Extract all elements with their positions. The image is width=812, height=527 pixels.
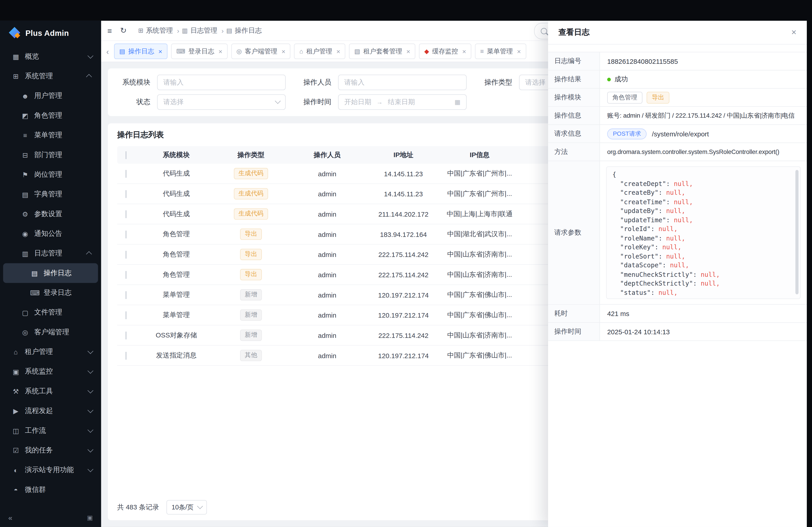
cell-ip: 222.175.114.242 [370, 331, 436, 339]
row-checkbox[interactable] [126, 311, 127, 319]
sidebar-item[interactable]: ⌂ 租户管理 [3, 342, 98, 362]
sidebar-item[interactable]: ◎ 客户端管理 [3, 322, 98, 342]
sidebar-item[interactable]: ◐ 演示站专用功能 [3, 460, 98, 480]
row-checkbox[interactable] [126, 331, 127, 339]
sidebar-item-label: 用户管理 [34, 91, 62, 101]
sidebar-item[interactable]: ▢ 文件管理 [3, 303, 98, 322]
column-header: 系统模块 [135, 150, 218, 160]
hamburger-icon[interactable]: ≡ [107, 26, 112, 35]
chevron-icon [88, 368, 93, 374]
code-line: "status": null, [612, 288, 792, 297]
post-icon: ⚑ [21, 171, 30, 178]
tab[interactable]: ⌂ 租户管理 × [294, 44, 345, 59]
tab-close-icon[interactable]: × [517, 47, 521, 55]
panel-layout-icon[interactable]: ▣ [87, 514, 93, 521]
code-scrollbar[interactable] [795, 170, 798, 295]
tab[interactable]: ▧ 租户套餐管理 × [349, 44, 416, 59]
tab-close-icon[interactable]: × [406, 47, 410, 55]
breadcrumb-item[interactable]: › ⊞ 系统管理 [138, 26, 173, 35]
row-checkbox[interactable] [126, 210, 127, 218]
tab[interactable]: ▤ 操作日志 × [114, 44, 168, 59]
cell-ip: 14.145.11.23 [370, 190, 436, 198]
sidebar-menu: ▦ 概览 ⊞ 系统管理 ☻ 用户管理 ◩ 角色管理 [0, 45, 101, 508]
tabs-scroll-left-icon[interactable]: ‹ [106, 47, 109, 56]
tab-label: 操作日志 [128, 47, 154, 56]
cell-ip: 14.145.11.23 [370, 170, 436, 177]
tab[interactable]: ⌨ 登录日志 × [171, 44, 227, 59]
operation-type-tag: 导出 [240, 229, 262, 240]
code-line: "roleKey": null, [612, 243, 792, 252]
sidebar-item-label: 通知公告 [34, 229, 62, 238]
code-line: { [612, 170, 792, 179]
sidebar-item-label: 流程发起 [25, 406, 53, 416]
sidebar-item[interactable]: ☑ 我的任务 [3, 440, 98, 460]
tab[interactable]: ≡ 菜单管理 × [475, 44, 526, 59]
request-params-code[interactable]: { "createDept": null, "createBy": null, … [606, 166, 800, 299]
code-line: "deptCheckStrictly": null, [612, 279, 792, 288]
cell-ip: 222.175.114.242 [370, 271, 436, 278]
chevron-icon [86, 74, 92, 80]
sidebar-item[interactable]: ⊟ 部门管理 [3, 145, 98, 165]
cell-ip: 183.94.172.164 [370, 230, 436, 238]
sidebar-item-label: 文件管理 [34, 308, 62, 317]
sidebar-item[interactable]: ◉ 通知公告 [3, 224, 98, 243]
operation-type-tag: 新增 [240, 289, 262, 300]
sidebar-footer: « ▣ [0, 508, 101, 527]
sidebar-item[interactable]: ≡ 菜单管理 [3, 125, 98, 145]
redis-icon: ◆ [424, 48, 429, 55]
tab[interactable]: ◎ 客户端管理 × [231, 44, 291, 59]
sidebar-item[interactable]: ◓ 微信群 [3, 480, 98, 499]
sidebar-item[interactable]: ◫ 工作流 [3, 421, 98, 440]
result-text: 成功 [614, 75, 628, 84]
operator-input[interactable]: 请输入 [338, 75, 467, 90]
breadcrumb-item[interactable]: › ▥ 日志管理 [177, 26, 217, 35]
sidebar-item[interactable]: ▤ 操作日志 [3, 263, 98, 283]
status-select[interactable]: 请选择 [157, 94, 286, 110]
sidebar-item[interactable]: ◩ 角色管理 [3, 106, 98, 125]
daterange-picker[interactable]: 开始日期 → 结束日期 ▦ [338, 94, 467, 110]
refresh-icon[interactable]: ↻ [120, 26, 127, 35]
cell-module: 角色管理 [135, 270, 218, 279]
end-date-placeholder: 结束日期 [388, 97, 415, 107]
close-icon[interactable]: × [791, 27, 796, 37]
sidebar-item[interactable]: ⌨ 登录日志 [3, 283, 98, 302]
row-checkbox[interactable] [126, 230, 127, 238]
breadcrumb-item[interactable]: › ▤ 操作日志 [221, 26, 262, 35]
operation-type-tag: 导出 [240, 249, 262, 260]
sidebar-item[interactable]: ▦ 概览 [3, 47, 98, 66]
sidebar-item[interactable]: ▣ 系统监控 [3, 362, 98, 381]
page-size-select[interactable]: 10条/页 [166, 500, 207, 514]
tab-close-icon[interactable]: × [336, 47, 340, 55]
sidebar-item[interactable]: ▶ 流程发起 [3, 401, 98, 421]
tab-close-icon[interactable]: × [281, 47, 285, 55]
sidebar-item[interactable]: ⚒ 系统工具 [3, 381, 98, 401]
logo[interactable]: Plus Admin [0, 21, 101, 45]
tab-close-icon[interactable]: × [462, 47, 466, 55]
tab-close-icon[interactable]: × [158, 47, 162, 55]
operation-tag: 导出 [647, 91, 669, 104]
sidebar-item[interactable]: ⚙ 参数设置 [3, 204, 98, 224]
sidebar-item-label: 租户管理 [25, 347, 53, 356]
row-checkbox[interactable] [126, 352, 127, 359]
row-checkbox[interactable] [126, 170, 127, 177]
row-checkbox[interactable] [126, 291, 127, 299]
sidebar-item[interactable]: ⊞ 系统管理 [3, 66, 98, 86]
log-detail-table: 日志编号 1882612840802115585 操作结果 成功 操作模块 [548, 52, 807, 341]
tab[interactable]: ◆ 缓存监控 × [419, 44, 472, 59]
chevron-down-icon [275, 98, 281, 104]
cell-ip-info: 中国|广东省|佛山市|... [437, 290, 523, 299]
row-checkbox[interactable] [126, 271, 127, 278]
select-all-checkbox[interactable] [126, 151, 127, 159]
tab-close-icon[interactable]: × [218, 47, 222, 55]
cell-operator: admin [284, 311, 371, 319]
sidebar-item[interactable]: ▥ 日志管理 [3, 243, 98, 263]
column-header: 操作人员 [284, 150, 371, 160]
sidebar-item-label: 登录日志 [44, 288, 72, 297]
sidebar-item[interactable]: ☻ 用户管理 [3, 86, 98, 106]
sidebar-item[interactable]: ▤ 字典管理 [3, 184, 98, 204]
row-checkbox[interactable] [126, 190, 127, 198]
module-input[interactable]: 请输入 [157, 75, 286, 90]
row-checkbox[interactable] [126, 251, 127, 258]
sidebar-item[interactable]: ⚑ 岗位管理 [3, 165, 98, 184]
sidebar-collapse-icon[interactable]: « [8, 513, 12, 522]
